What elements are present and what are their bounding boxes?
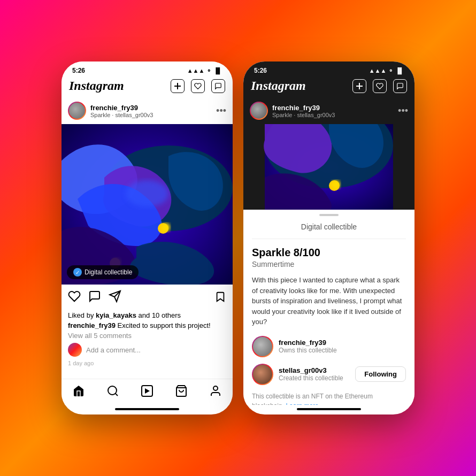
bottom-sheet: Digital collectible Sparkle 8/100 Summer… xyxy=(243,210,414,405)
time-right: 5:26 xyxy=(254,67,267,74)
svg-point-5 xyxy=(162,223,170,232)
post-image-left: ✓ Digital collectible xyxy=(62,124,233,285)
more-btn-right[interactable]: ••• xyxy=(398,105,408,117)
wifi-icon: ⚬ xyxy=(206,67,211,74)
post-username-right[interactable]: frenchie_fry39 xyxy=(272,104,394,112)
others-text: and 10 others xyxy=(136,311,181,319)
app-header-right: Instagram xyxy=(243,76,414,97)
nav-home[interactable] xyxy=(72,385,85,401)
signal-icon: ▲▲▲ xyxy=(187,67,205,74)
status-icons-left: ▲▲▲ ⚬ ▐▌ xyxy=(187,67,222,74)
bottom-nav-left xyxy=(62,379,233,405)
blockchain-note: This collectible is an NFT on the Ethere… xyxy=(252,391,406,405)
messenger-icon-left[interactable] xyxy=(211,79,225,93)
comment-icon[interactable] xyxy=(88,290,101,306)
owner-info: frenchie_fry39 Owns this collectible xyxy=(279,339,406,354)
nav-shop[interactable] xyxy=(175,385,188,401)
bookmark-icon[interactable] xyxy=(214,291,226,305)
wifi-icon-right: ⚬ xyxy=(388,67,393,74)
add-post-icon[interactable] xyxy=(171,79,185,93)
messenger-icon-right[interactable] xyxy=(393,79,407,93)
liked-by: Liked by kyia_kayaks and 10 others xyxy=(68,311,226,319)
add-comment-row: Add a comment... xyxy=(68,343,226,357)
owner-username[interactable]: frenchie_fry39 xyxy=(279,339,406,347)
svg-point-11 xyxy=(108,386,117,395)
svg-point-21 xyxy=(332,180,340,189)
user-info-right: frenchie_fry39 Sparkle · stellas_gr00v3 xyxy=(272,104,394,118)
creator-row: stellas_gr00v3 Created this collectible … xyxy=(252,364,406,385)
post-image-right xyxy=(243,124,414,210)
svg-rect-1 xyxy=(174,86,181,87)
post-content-left: Liked by kyia_kayaks and 10 others frenc… xyxy=(62,311,233,379)
liker-name[interactable]: kyia_kayaks xyxy=(96,311,136,319)
comment-input[interactable]: Add a comment... xyxy=(86,346,141,354)
badge-text: Digital collectible xyxy=(85,268,132,276)
nav-search[interactable] xyxy=(106,385,119,401)
notifications-icon-right[interactable] xyxy=(373,79,387,93)
liked-by-label: Liked by xyxy=(68,311,96,319)
check-icon: ✓ xyxy=(73,268,82,277)
svg-point-15 xyxy=(213,386,218,390)
app-header-left: Instagram xyxy=(62,76,233,97)
commenter-avatar xyxy=(68,343,82,357)
left-phone: 5:26 ▲▲▲ ⚬ ▐▌ Instagram xyxy=(62,62,233,414)
action-bar-left xyxy=(62,285,233,311)
collectible-description: With this piece I wanted to capture what… xyxy=(252,275,406,327)
owner-avatar[interactable] xyxy=(252,336,273,357)
svg-point-8 xyxy=(126,180,168,207)
avatar-right[interactable] xyxy=(250,102,268,120)
owner-row: frenchie_fry39 Owns this collectible xyxy=(252,336,406,357)
view-comments-btn[interactable]: View all 5 comments xyxy=(68,332,226,340)
caption-username[interactable]: frenchie_fry39 xyxy=(68,321,116,329)
post-username-left[interactable]: frenchie_fry39 xyxy=(90,104,212,112)
instagram-logo-right: Instagram xyxy=(251,79,306,93)
like-icon[interactable] xyxy=(68,290,81,306)
sheet-title: Digital collectible xyxy=(252,216,406,239)
more-btn-left[interactable]: ••• xyxy=(216,105,226,117)
instagram-logo-left: Instagram xyxy=(69,79,124,93)
caption-text: Excited to support this project! xyxy=(116,321,211,329)
owner-role: Owns this collectible xyxy=(279,347,406,354)
share-icon[interactable] xyxy=(109,290,121,306)
collectible-sub: Summertime xyxy=(252,260,406,268)
svg-rect-17 xyxy=(356,86,363,87)
svg-line-12 xyxy=(116,394,118,396)
header-icons-left xyxy=(171,79,225,93)
nav-profile[interactable] xyxy=(209,385,222,401)
status-icons-right: ▲▲▲ ⚬ ▐▌ xyxy=(369,67,404,74)
signal-icon-right: ▲▲▲ xyxy=(369,67,387,74)
creator-info: stellas_gr00v3 Created this collectible xyxy=(279,366,350,382)
status-bar-right: 5:26 ▲▲▲ ⚬ ▐▌ xyxy=(243,62,414,76)
home-indicator-right xyxy=(297,408,361,410)
battery-icon-right: ▐▌ xyxy=(395,67,404,74)
time-left: 5:26 xyxy=(72,67,85,74)
header-icons-right xyxy=(352,79,407,93)
user-info-left: frenchie_fry39 Sparkle · stellas_gr00v3 xyxy=(90,104,212,118)
home-indicator-left xyxy=(115,408,179,410)
timestamp: 1 day ago xyxy=(68,360,226,366)
battery-icon: ▐▌ xyxy=(213,67,222,74)
post-subtext-right: Sparkle · stellas_gr00v3 xyxy=(272,112,394,118)
creator-role: Created this collectible xyxy=(279,374,350,382)
follow-button[interactable]: Following xyxy=(355,366,406,382)
add-post-icon-right[interactable] xyxy=(352,79,366,93)
creator-avatar[interactable] xyxy=(252,364,273,385)
post-user-row-right: frenchie_fry39 Sparkle · stellas_gr00v3 … xyxy=(243,97,414,124)
nav-reels[interactable] xyxy=(141,385,153,401)
notifications-heart-icon[interactable] xyxy=(191,79,205,93)
right-phone: 5:26 ▲▲▲ ⚬ ▐▌ Instagram xyxy=(243,62,414,414)
collectible-name: Sparkle 8/100 xyxy=(252,247,406,259)
avatar-left[interactable] xyxy=(68,102,86,120)
post-subtext-left: Sparkle · stellas_gr00v3 xyxy=(90,112,212,118)
status-bar-left: 5:26 ▲▲▲ ⚬ ▐▌ xyxy=(62,62,233,76)
digital-badge: ✓ Digital collectible xyxy=(67,265,139,279)
post-user-row-left: frenchie_fry39 Sparkle · stellas_gr00v3 … xyxy=(62,97,233,124)
phones-container: 5:26 ▲▲▲ ⚬ ▐▌ Instagram xyxy=(62,62,414,414)
caption: frenchie_fry39 Excited to support this p… xyxy=(68,321,226,329)
creator-username[interactable]: stellas_gr00v3 xyxy=(279,366,350,374)
learn-more-link[interactable]: Learn more xyxy=(286,402,318,405)
